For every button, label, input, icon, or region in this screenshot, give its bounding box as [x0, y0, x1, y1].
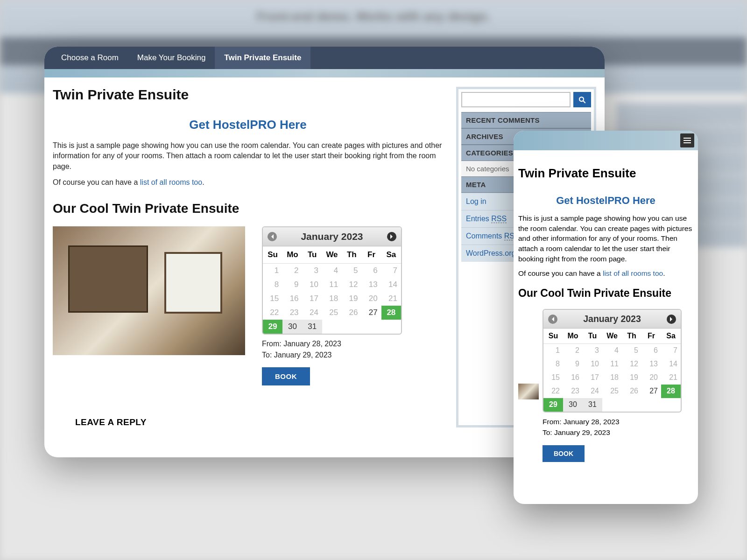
calendar-grid: SuMoTuWeThFrSa12345678910111213141516171… [263, 246, 401, 334]
calendar-dow: Su [543, 329, 563, 344]
section-title: Our Cool Twin Private Ensuite [53, 201, 443, 216]
calendar-day[interactable]: 20 [361, 292, 381, 306]
calendar-day[interactable]: 18 [602, 371, 622, 385]
calendar-day[interactable]: 13 [361, 278, 381, 292]
calendar-day[interactable]: 22 [263, 306, 282, 320]
calendar-prev-icon[interactable] [268, 232, 277, 241]
calendar-day[interactable]: 20 [641, 371, 661, 385]
hero-banner [44, 69, 605, 77]
calendar-dow: Sa [661, 329, 681, 344]
calendar-day[interactable]: 5 [342, 263, 361, 278]
calendar-day[interactable]: 4 [322, 263, 342, 278]
calendar-day[interactable]: 19 [342, 292, 361, 306]
calendar-day[interactable]: 18 [322, 292, 342, 306]
calendar-day[interactable]: 3 [303, 263, 322, 278]
calendar-day [361, 320, 381, 334]
calendar-day[interactable]: 2 [282, 263, 302, 278]
calendar-day[interactable]: 4 [602, 344, 622, 357]
calendar-day[interactable]: 29 [543, 398, 563, 412]
calendar-day[interactable]: 21 [661, 371, 681, 385]
calendar-day[interactable]: 25 [602, 385, 622, 398]
calendar-day[interactable]: 23 [563, 385, 583, 398]
calendar-dow: Th [342, 246, 361, 264]
calendar-day[interactable]: 30 [282, 320, 302, 334]
nav-choose-room[interactable]: Choose a Room [52, 47, 128, 69]
calendar-day[interactable]: 11 [602, 357, 622, 371]
calendar-day[interactable]: 27 [361, 306, 381, 320]
calendar-day[interactable]: 24 [583, 385, 602, 398]
calendar-day[interactable]: 3 [583, 344, 602, 357]
calendar-day[interactable]: 10 [583, 357, 602, 371]
calendar-day[interactable]: 7 [381, 263, 401, 278]
calendar-day[interactable]: 16 [282, 292, 302, 306]
svg-point-0 [579, 97, 584, 101]
promo-link[interactable]: Get HostelPRO Here [53, 118, 443, 132]
calendar-day[interactable]: 8 [543, 357, 563, 371]
calendar-day[interactable]: 10 [303, 278, 322, 292]
calendar-day[interactable]: 21 [381, 292, 401, 306]
mobile-calendar-next-icon[interactable] [667, 315, 676, 324]
all-rooms-link[interactable]: list of all rooms too [140, 178, 202, 186]
calendar-day[interactable]: 8 [263, 278, 282, 292]
calendar-day[interactable]: 17 [303, 292, 322, 306]
calendar-day[interactable]: 12 [622, 357, 641, 371]
calendar-day[interactable]: 24 [303, 306, 322, 320]
calendar-day[interactable]: 25 [322, 306, 342, 320]
calendar-day[interactable]: 30 [563, 398, 583, 412]
date-calendar: January 2023 SuMoTuWeThFrSa1234567891011… [262, 226, 402, 335]
calendar-day[interactable]: 27 [641, 385, 661, 398]
list-prefix: Of course you can have a [53, 178, 140, 186]
calendar-day[interactable]: 28 [381, 306, 401, 320]
mobile-promo-link[interactable]: Get HostelPRO Here [518, 195, 693, 207]
mobile-book-button[interactable]: BOOK [543, 445, 585, 462]
calendar-day[interactable]: 31 [303, 320, 322, 334]
calendar-day[interactable]: 7 [661, 344, 681, 357]
calendar-day[interactable]: 1 [263, 263, 282, 278]
calendar-next-icon[interactable] [387, 232, 396, 241]
calendar-day[interactable]: 15 [263, 292, 282, 306]
main-nav: Choose a Room Make Your Booking Twin Pri… [44, 47, 605, 69]
calendar-day[interactable]: 11 [322, 278, 342, 292]
hamburger-menu-icon[interactable] [680, 133, 694, 147]
calendar-day[interactable]: 28 [661, 385, 681, 398]
mobile-calendar-title: January 2023 [583, 314, 641, 324]
calendar-day[interactable]: 31 [583, 398, 602, 412]
calendar-day[interactable]: 17 [583, 371, 602, 385]
calendar-day[interactable]: 12 [342, 278, 361, 292]
calendar-day[interactable]: 14 [381, 278, 401, 292]
mobile-all-rooms-link[interactable]: list of all rooms too [603, 269, 663, 277]
to-date: January 29, 2023 [274, 351, 332, 359]
calendar-day [322, 320, 342, 334]
calendar-day[interactable]: 29 [263, 320, 282, 334]
mobile-intro: This is just a sample page showing how y… [518, 213, 693, 264]
calendar-day[interactable]: 26 [622, 385, 641, 398]
calendar-day[interactable]: 22 [543, 385, 563, 398]
mobile-calendar-grid: SuMoTuWeThFrSa12345678910111213141516171… [543, 329, 681, 412]
calendar-day[interactable]: 14 [661, 357, 681, 371]
from-label: From: [262, 340, 283, 348]
calendar-day[interactable]: 23 [282, 306, 302, 320]
calendar-day[interactable]: 2 [563, 344, 583, 357]
calendar-day[interactable]: 15 [543, 371, 563, 385]
booking-panel: January 2023 SuMoTuWeThFrSa1234567891011… [262, 226, 402, 385]
calendar-day[interactable]: 19 [622, 371, 641, 385]
search-input[interactable] [461, 92, 571, 107]
calendar-day [622, 398, 641, 412]
calendar-day[interactable]: 9 [563, 357, 583, 371]
calendar-day[interactable]: 6 [641, 344, 661, 357]
mobile-calendar-prev-icon[interactable] [548, 315, 557, 324]
calendar-day[interactable]: 13 [641, 357, 661, 371]
calendar-day[interactable]: 16 [563, 371, 583, 385]
calendar-day[interactable]: 6 [361, 263, 381, 278]
calendar-title: January 2023 [301, 231, 363, 242]
nav-twin-private[interactable]: Twin Private Ensuite [215, 47, 310, 69]
calendar-dow: Sa [381, 246, 401, 264]
calendar-day[interactable]: 9 [282, 278, 302, 292]
nav-make-booking[interactable]: Make Your Booking [128, 47, 215, 69]
calendar-day[interactable]: 5 [622, 344, 641, 357]
book-button[interactable]: BOOK [262, 367, 310, 385]
bg-tagline: Front-end demo. Works with any design. [257, 9, 491, 24]
search-button[interactable] [573, 92, 591, 107]
calendar-day[interactable]: 26 [342, 306, 361, 320]
calendar-day[interactable]: 1 [543, 344, 563, 357]
